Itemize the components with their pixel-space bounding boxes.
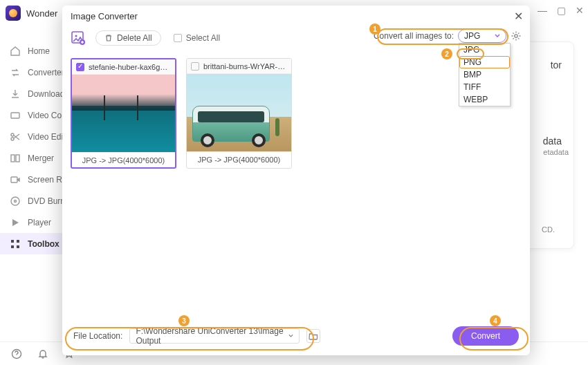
settings-button[interactable] [511, 30, 522, 41]
maximize-button[interactable]: ▢ [557, 6, 566, 15]
sidebar-item-label: Converter [28, 68, 64, 77]
card-filename: stefanie-huber-kax6gD... [89, 63, 171, 71]
file-location-select[interactable]: F:\Wondershare UniConverter 13\Image Out… [129, 328, 300, 344]
image-card[interactable]: brittani-burns-WrYAR-yD... JPG -> JPG(40… [186, 58, 292, 169]
format-dropdown: JPG PNG BMP TIFF WEBP [459, 43, 511, 106]
bell-icon[interactable] [37, 348, 48, 359]
convert-icon [10, 67, 21, 78]
svg-rect-10 [11, 245, 14, 248]
select-all-checkbox[interactable]: Select All [174, 33, 220, 43]
svg-rect-11 [17, 245, 19, 248]
delete-all-button[interactable]: Delete All [95, 30, 161, 46]
image-card[interactable]: stefanie-huber-kax6gD... JPG -> JPG(4000… [71, 58, 176, 169]
format-select[interactable]: JPG [458, 29, 506, 43]
delete-all-label: Delete All [117, 33, 152, 43]
merge-icon [10, 153, 21, 164]
background-text: CD. [542, 225, 555, 234]
svg-rect-9 [17, 240, 19, 243]
card-conversion: JPG -> JPG(4000*6000) [72, 152, 175, 167]
convert-label: Convert [471, 331, 500, 341]
card-thumbnail [187, 74, 291, 151]
background-text: tor [551, 59, 562, 71]
format-option-bmp[interactable]: BMP [459, 68, 510, 81]
home-icon [10, 46, 21, 57]
app-title: Wonder [26, 8, 57, 19]
card-conversion: JPG -> JPG(4000*6000) [187, 151, 291, 167]
card-checkbox[interactable] [191, 62, 199, 71]
checkbox-icon [174, 34, 182, 42]
record-icon [10, 174, 21, 185]
svg-point-16 [515, 35, 517, 37]
close-window-button[interactable]: ✕ [576, 6, 584, 15]
svg-rect-4 [16, 155, 19, 162]
dvd-icon [10, 196, 21, 207]
format-option-png[interactable]: PNG [459, 56, 510, 68]
svg-rect-8 [11, 240, 14, 243]
svg-point-6 [11, 197, 19, 205]
image-converter-modal: Image Converter ✕ Delete All Select All … [62, 6, 530, 355]
convert-to-label: Convert all images to: [374, 31, 454, 41]
chevron-down-icon [495, 33, 500, 39]
card-thumbnail [72, 75, 175, 152]
help-icon[interactable] [11, 348, 22, 359]
scissors-icon [10, 131, 21, 142]
sidebar-item-label: Home [28, 46, 50, 56]
modal-header: Image Converter ✕ [62, 6, 530, 26]
close-icon[interactable]: ✕ [514, 10, 523, 23]
select-all-label: Select All [186, 33, 220, 43]
sidebar-item-label: Player [28, 218, 51, 227]
sidebar-item-label: Toolbox [28, 239, 59, 249]
background-text: etadata [543, 148, 569, 156]
compress-icon [10, 110, 21, 121]
svg-rect-3 [11, 155, 15, 162]
add-image-button[interactable] [71, 30, 86, 46]
play-icon [10, 217, 21, 228]
minimize-button[interactable]: — [538, 6, 547, 15]
chevron-down-icon [288, 333, 293, 339]
modal-footer: File Location: F:\Wondershare UniConvert… [62, 317, 530, 355]
convert-button[interactable]: Convert [452, 326, 519, 346]
svg-rect-0 [11, 113, 19, 118]
svg-point-14 [75, 35, 77, 37]
open-folder-button[interactable] [306, 329, 320, 343]
file-location-label: File Location: [73, 331, 122, 341]
format-option-tiff[interactable]: TIFF [459, 81, 510, 93]
card-filename: brittani-burns-WrYAR-yD... [203, 62, 287, 71]
annotation-badge-3: 3 [178, 315, 190, 326]
annotation-badge-1: 1 [369, 24, 380, 35]
format-option-jpg[interactable]: JPG [459, 44, 510, 56]
svg-point-2 [11, 138, 14, 140]
modal-title: Image Converter [71, 11, 138, 21]
annotation-badge-2: 2 [441, 48, 452, 59]
svg-rect-5 [11, 177, 17, 182]
trash-icon [104, 34, 113, 42]
format-option-webp[interactable]: WEBP [459, 93, 510, 106]
sidebar-item-label: Merger [28, 153, 54, 163]
grid-icon [10, 238, 21, 250]
app-logo [6, 6, 21, 21]
file-location-value: F:\Wondershare UniConverter 13\Image Out… [136, 326, 288, 346]
svg-point-1 [11, 133, 14, 136]
format-value: JPG [464, 31, 480, 41]
card-checkbox[interactable] [76, 63, 84, 71]
download-icon [10, 88, 21, 100]
annotation-badge-4: 4 [490, 315, 501, 326]
background-text: data [543, 135, 562, 147]
svg-point-7 [15, 200, 17, 202]
